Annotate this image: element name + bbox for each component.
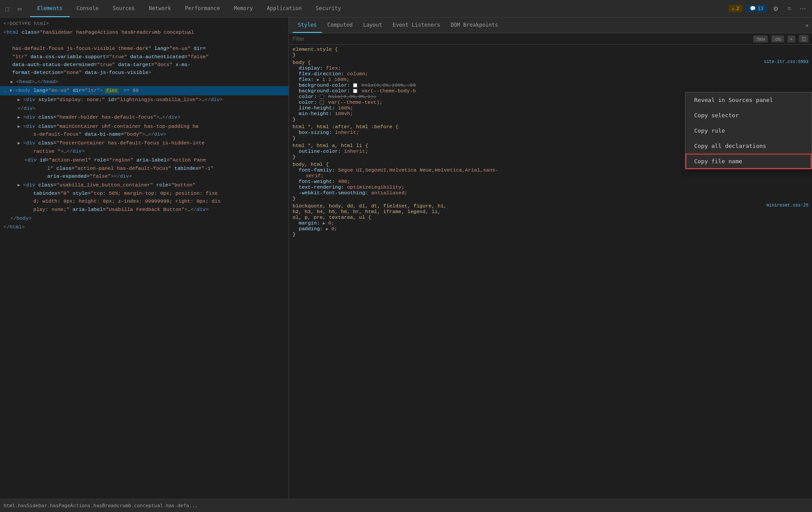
more-button[interactable]: ⋯: [797, 4, 808, 14]
elements-line[interactable]: … ▼ <body lang="en-us" dir="ltr">flex ==…: [0, 86, 289, 95]
css-prop-name: background-color:: [299, 88, 350, 94]
css-prop-value: ▶ 1 1 100%;: [317, 77, 349, 82]
css-prop-name: background-color:: [299, 82, 350, 88]
css-prop-value: ▶ 0;: [323, 220, 334, 226]
css-prop-name: -webkit-font-smoothing:: [299, 190, 368, 196]
elements-panel: <!DOCTYPE html><html class="hasSidebar h…: [0, 18, 289, 499]
css-rule: minireset.css:25blockquote, body, dd, dl…: [293, 203, 808, 237]
styles-tab-styles[interactable]: Styles: [293, 18, 322, 33]
warning-icon: ⚠: [732, 6, 735, 11]
styles-more-button[interactable]: »: [805, 22, 808, 28]
info-badge[interactable]: 💬 13: [746, 5, 767, 12]
css-prop-value: optimizeLegibility;: [347, 184, 404, 190]
css-prop-name: color:: [299, 99, 317, 105]
cls-button[interactable]: .cls: [771, 35, 784, 42]
elements-line[interactable]: ▶ <div class="usabilla_live_button_conta…: [0, 181, 289, 214]
css-prop-name: flex-direction:: [299, 71, 344, 77]
css-prop-value: ▶ 0;: [326, 226, 337, 231]
hov-button[interactable]: :hov: [753, 35, 768, 42]
context-menu-item[interactable]: Copy file name: [685, 154, 812, 169]
filter-input[interactable]: [293, 36, 750, 42]
filter-bar: :hov .cls + ◫: [289, 33, 812, 45]
elements-line[interactable]: ▶ <head>…</head>: [0, 77, 289, 86]
css-prop-name: font-weight:: [299, 179, 335, 184]
device-icon[interactable]: ▭: [16, 4, 23, 14]
css-prop-name: text-rendering:: [299, 184, 344, 190]
css-prop-name: min-height:: [299, 111, 332, 116]
collapse-button[interactable]: ◫: [799, 35, 808, 42]
css-link[interactable]: minireset.css:25: [766, 203, 808, 208]
main-layout: <!DOCTYPE html><html class="hasSidebar h…: [0, 18, 812, 499]
tab-list: ElementsConsoleSourcesNetworkPerformance…: [30, 0, 348, 17]
css-close-brace: }: [293, 196, 296, 201]
css-prop-line: text-rendering: optimizeLegibility;: [293, 184, 808, 190]
css-prop-line: -webkit-font-smoothing: antialiased;: [293, 190, 808, 196]
css-prop-value: var(--theme-text);: [320, 99, 382, 105]
css-selector: element.style {: [293, 46, 338, 52]
settings-button[interactable]: ⚙: [770, 4, 781, 14]
elements-line[interactable]: </body>: [0, 214, 289, 223]
css-prop-line: flex-direction: column;: [293, 71, 808, 77]
styles-tab-computed[interactable]: Computed: [322, 18, 358, 33]
css-close-brace: }: [293, 116, 296, 122]
css-prop-name: display:: [299, 65, 323, 71]
add-style-button[interactable]: +: [787, 35, 795, 42]
tab-security[interactable]: Security: [309, 0, 348, 17]
elements-line[interactable]: <html class="hasSidebar hasPageActions h…: [0, 28, 289, 77]
styles-tab-layout[interactable]: Layout: [358, 18, 387, 33]
css-close-brace: }: [293, 52, 296, 58]
css-prop-value: 100vh;: [335, 111, 353, 116]
toolbar-right: ⚠ 2 💬 13 ⚙ ⌗ ⋯: [728, 3, 809, 14]
inspect-icon[interactable]: ⬚: [4, 4, 11, 14]
css-prop-line: margin: ▶ 0;: [293, 220, 808, 226]
elements-content[interactable]: <!DOCTYPE html><html class="hasSidebar h…: [0, 18, 289, 499]
context-menu-item[interactable]: Copy selector: [685, 108, 812, 123]
tab-elements[interactable]: Elements: [30, 0, 70, 17]
tab-performance[interactable]: Performance: [178, 0, 226, 17]
css-prop-value: flex;: [326, 65, 341, 71]
styles-tab-dom-breakpoints[interactable]: DOM Breakpoints: [445, 18, 503, 33]
elements-line[interactable]: <div id="action-panel" role="region" ari…: [0, 156, 289, 181]
tab-memory[interactable]: Memory: [227, 0, 260, 17]
tab-network[interactable]: Network: [142, 0, 178, 17]
context-menu-item[interactable]: Copy rule: [685, 123, 812, 138]
elements-line[interactable]: ▶ <div class="footerContainer has-defaul…: [0, 139, 289, 156]
css-selector: html *, html a, html li {: [293, 143, 368, 148]
css-prop-value: hsla(0,0%,9%,1);: [320, 94, 376, 99]
elements-line[interactable]: </html>: [0, 223, 289, 231]
breadcrumb-bar: html.hasSidebar.hasPageActions.hasBreadc…: [0, 499, 812, 512]
elements-line[interactable]: ▶ <div class="header-holder has-default-…: [0, 113, 289, 122]
styles-tab-event-listeners[interactable]: Event Listeners: [388, 18, 445, 33]
context-menu-item[interactable]: Reveal in Sources panel: [685, 92, 812, 108]
css-prop-value: inherit;: [344, 148, 368, 154]
tab-sources[interactable]: Sources: [106, 0, 142, 17]
css-selector: blockquote, body, dd, dl, dt, fieldset, …: [293, 203, 447, 220]
css-prop-value: inherit;: [335, 130, 359, 135]
dock-button[interactable]: ⌗: [785, 3, 794, 14]
css-prop-value: var(--theme-body-b: [353, 88, 416, 94]
css-prop-name: line-height:: [299, 105, 335, 111]
elements-line[interactable]: ▶ <div class="mainContainer uhf-containe…: [0, 122, 289, 139]
breadcrumb-text: html.hasSidebar.hasPageActions.hasBreadc…: [4, 503, 198, 508]
elements-line[interactable]: </div>: [0, 104, 289, 113]
info-count: 13: [758, 6, 763, 11]
warning-badge[interactable]: ⚠ 2: [728, 5, 743, 12]
css-close-brace: }: [293, 154, 296, 160]
css-close-brace: }: [293, 231, 296, 237]
info-icon: 💬: [750, 6, 756, 11]
css-prop-line: flex: ▶ 1 1 100%;: [293, 77, 808, 82]
elements-line[interactable]: <!DOCTYPE html>: [0, 19, 289, 28]
css-prop-value: column;: [347, 71, 368, 77]
tab-console[interactable]: Console: [70, 0, 106, 17]
css-selector: body {: [293, 60, 311, 65]
context-menu-item[interactable]: Copy all declarations: [685, 138, 812, 154]
css-link[interactable]: site-ltr.css:5593: [764, 60, 808, 64]
css-prop-name: padding:: [299, 226, 323, 231]
elements-line[interactable]: ▶ <div style="display: none;" id="lightn…: [0, 95, 289, 104]
tab-application[interactable]: Application: [260, 0, 308, 17]
css-prop-value: hsla(0,0%,100%,.99: [353, 82, 416, 88]
styles-tabs: StylesComputedLayoutEvent ListenersDOM B…: [289, 18, 812, 33]
css-prop-name: outline-color:: [299, 148, 341, 154]
css-prop-value: 400;: [338, 179, 350, 184]
devtools-toolbar: ⬚ ▭ ElementsConsoleSourcesNetworkPerform…: [0, 0, 812, 18]
